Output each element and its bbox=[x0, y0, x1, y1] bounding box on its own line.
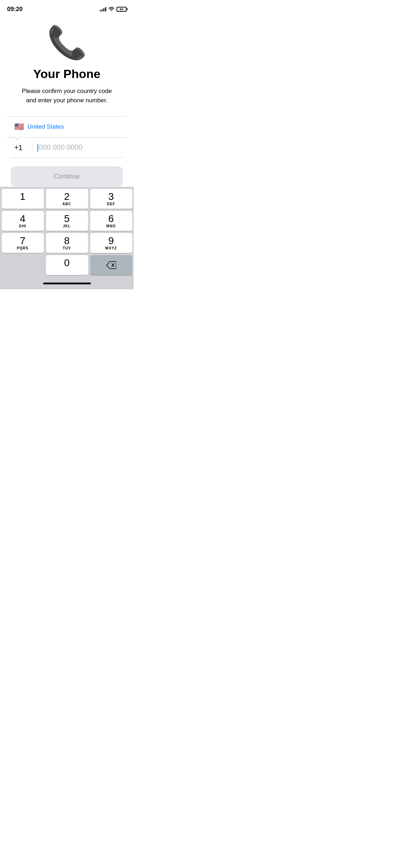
key-0[interactable]: 0 bbox=[46, 255, 88, 275]
key-3[interactable]: 3 DEF bbox=[90, 189, 132, 209]
key-7[interactable]: 7 PQRS bbox=[2, 233, 44, 253]
key-2[interactable]: 2 ABC bbox=[46, 189, 88, 209]
wifi-icon bbox=[108, 6, 114, 12]
status-icons: 84 bbox=[100, 6, 127, 12]
keyboard-row-3: 7 PQRS 8 TUV 9 WXYZ bbox=[1, 233, 133, 253]
middle-divider bbox=[7, 137, 127, 138]
country-name: United States bbox=[27, 123, 64, 130]
phone-input-display[interactable]: 000 000 0000 bbox=[37, 143, 119, 152]
key-1[interactable]: 1 bbox=[2, 189, 44, 209]
key-8[interactable]: 8 TUV bbox=[46, 233, 88, 253]
phone-icon: 📞 bbox=[47, 26, 87, 58]
signal-icon bbox=[100, 7, 106, 11]
home-indicator bbox=[1, 277, 133, 289]
phone-icon-container: 📞 bbox=[11, 26, 123, 58]
page-subtitle: Please confirm your country codeand ente… bbox=[11, 87, 123, 105]
middle-divider-container bbox=[11, 137, 123, 138]
status-bar: 09:20 84 bbox=[0, 0, 134, 16]
keyboard-row-4: 0 bbox=[1, 255, 133, 275]
key-9[interactable]: 9 WXYZ bbox=[90, 233, 132, 253]
keyboard: 1 2 ABC 3 DEF 4 GHI 5 JKL 6 MNO 7 PQRS bbox=[0, 187, 134, 289]
home-bar bbox=[43, 283, 91, 284]
battery-icon: 84 bbox=[117, 7, 127, 12]
page-title: Your Phone bbox=[11, 67, 123, 81]
key-4[interactable]: 4 GHI bbox=[2, 211, 44, 231]
continue-button[interactable]: Continue bbox=[11, 166, 123, 186]
country-flag: 🇺🇸 bbox=[14, 122, 24, 131]
delete-icon bbox=[106, 261, 116, 269]
country-selector[interactable]: 🇺🇸 United States bbox=[11, 117, 123, 137]
text-cursor bbox=[37, 144, 38, 152]
keyboard-row-2: 4 GHI 5 JKL 6 MNO bbox=[1, 211, 133, 231]
key-5[interactable]: 5 JKL bbox=[46, 211, 88, 231]
status-time: 09:20 bbox=[7, 6, 22, 13]
key-empty bbox=[2, 255, 44, 275]
keyboard-row-1: 1 2 ABC 3 DEF bbox=[1, 189, 133, 209]
key-6[interactable]: 6 MNO bbox=[90, 211, 132, 231]
main-content: 📞 Your Phone Please confirm your country… bbox=[0, 16, 134, 186]
country-code: +1 bbox=[14, 144, 32, 152]
phone-placeholder: 000 000 0000 bbox=[39, 143, 82, 151]
phone-input-row[interactable]: +1 000 000 0000 bbox=[11, 138, 123, 158]
phone-divider bbox=[32, 143, 32, 153]
delete-key[interactable] bbox=[90, 255, 132, 275]
chevron-down-fill bbox=[15, 137, 20, 140]
